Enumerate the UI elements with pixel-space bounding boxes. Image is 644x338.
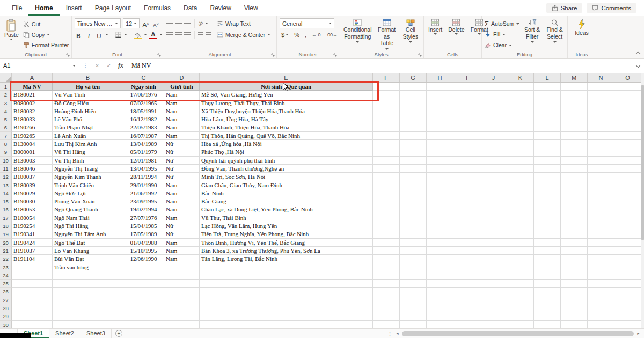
cell-H10[interactable] bbox=[427, 157, 453, 165]
cell-A27[interactable] bbox=[12, 296, 53, 304]
cell-E2[interactable]: Mễ Sở, Văn Giang, Hưng Yên bbox=[200, 91, 373, 99]
copy-dropdown-icon[interactable] bbox=[47, 34, 50, 35]
cell-F24[interactable] bbox=[373, 271, 400, 280]
cell-B8[interactable]: Lưu Thị Kim Anh bbox=[53, 140, 123, 148]
cell-I29[interactable] bbox=[453, 312, 480, 320]
cell-C8[interactable]: 13/04/1989 bbox=[123, 140, 164, 148]
column-header-n[interactable]: N bbox=[588, 73, 614, 82]
cell-D12[interactable]: Nữ bbox=[164, 173, 200, 181]
cell-M8[interactable] bbox=[561, 140, 588, 148]
cell-N7[interactable] bbox=[588, 132, 614, 140]
cell-I10[interactable] bbox=[453, 157, 480, 165]
cell-E19[interactable]: Tiền Trà, Trung Nghĩa, Yên Phong, Bắc Ni… bbox=[200, 230, 373, 238]
font-color-button[interactable]: A bbox=[149, 30, 157, 39]
cell-N12[interactable] bbox=[588, 173, 614, 181]
cell-H20[interactable] bbox=[427, 239, 453, 247]
cell-G27[interactable] bbox=[400, 296, 427, 304]
cell-J11[interactable] bbox=[480, 165, 507, 173]
cell-D23[interactable] bbox=[164, 263, 200, 271]
cell-E23[interactable] bbox=[200, 263, 373, 271]
cell-K28[interactable] bbox=[507, 304, 534, 312]
formula-bar-splitter[interactable]: ⋮ bbox=[79, 59, 91, 72]
cell-J16[interactable] bbox=[480, 205, 507, 214]
tab-formulas[interactable]: Formulas bbox=[137, 0, 177, 16]
percent-style-button[interactable]: % bbox=[292, 30, 301, 39]
cell-M20[interactable] bbox=[561, 239, 588, 247]
cell-L27[interactable] bbox=[534, 296, 561, 304]
cell-C2[interactable]: 17/06/1976 bbox=[123, 91, 164, 99]
cell-E22[interactable]: Tân Lãng, Lương Tài, Bắc Ninh bbox=[200, 255, 373, 263]
cell-L16[interactable] bbox=[534, 205, 561, 214]
cell-B12[interactable]: Nguyễn Kim Thanh bbox=[53, 173, 123, 181]
cell-F5[interactable] bbox=[373, 115, 400, 123]
cell-L11[interactable] bbox=[534, 165, 561, 173]
row-header-19[interactable]: 19 bbox=[0, 230, 12, 238]
orientation-button[interactable]: ab bbox=[197, 20, 204, 27]
horizontal-scrollbar[interactable]: ⋮ ◄ ► bbox=[387, 329, 644, 338]
cell-F7[interactable] bbox=[373, 132, 400, 140]
cell-N24[interactable] bbox=[588, 271, 614, 280]
insert-function-button[interactable]: fx bbox=[115, 59, 127, 72]
cell-J20[interactable] bbox=[480, 239, 507, 247]
cell-K6[interactable] bbox=[507, 123, 534, 131]
cell-D15[interactable]: Nam bbox=[164, 197, 200, 205]
merge-center-dropdown-icon[interactable] bbox=[267, 34, 270, 35]
row-header-23[interactable]: 23 bbox=[0, 263, 12, 271]
cell-E10[interactable]: Quỳnh hải quỳnh phụ thái bình bbox=[200, 157, 373, 165]
cell-J26[interactable] bbox=[480, 288, 507, 296]
find-select-button[interactable]: Find & Select bbox=[545, 18, 565, 50]
cell-E28[interactable] bbox=[200, 304, 373, 312]
cell-E4[interactable]: Xã Thiệu Duy,huyện Thiệu Hóa,Thanh Hóa bbox=[200, 107, 373, 115]
column-header-i[interactable]: I bbox=[453, 73, 480, 82]
cell-K2[interactable] bbox=[507, 91, 534, 99]
cell-G24[interactable] bbox=[400, 271, 427, 280]
cell-J18[interactable] bbox=[480, 222, 507, 230]
cell-B1[interactable]: Họ và tên bbox=[53, 83, 123, 91]
cell-C18[interactable]: 15/04/1985 bbox=[123, 222, 164, 230]
share-button[interactable]: Share bbox=[546, 3, 583, 13]
cell-O6[interactable] bbox=[614, 123, 641, 131]
cell-F3[interactable] bbox=[373, 99, 400, 107]
cell-C17[interactable]: 27/07/1976 bbox=[123, 214, 164, 222]
cell-C22[interactable]: 12/06/1990 bbox=[123, 255, 164, 263]
row-header-4[interactable]: 4 bbox=[0, 107, 12, 115]
cell-H5[interactable] bbox=[427, 115, 453, 123]
cell-L3[interactable] bbox=[534, 99, 561, 107]
wrap-text-button[interactable]: Wrap Text bbox=[217, 18, 270, 28]
cell-H19[interactable] bbox=[427, 230, 453, 238]
cell-H16[interactable] bbox=[427, 205, 453, 214]
cell-L25[interactable] bbox=[534, 280, 561, 288]
column-header-k[interactable]: K bbox=[507, 73, 534, 82]
row-header-22[interactable]: 22 bbox=[0, 255, 12, 263]
cell-A10[interactable]: B130003 bbox=[12, 157, 53, 165]
cell-L5[interactable] bbox=[534, 115, 561, 123]
cell-K23[interactable] bbox=[507, 263, 534, 271]
cell-N11[interactable] bbox=[588, 165, 614, 173]
cell-F17[interactable] bbox=[373, 214, 400, 222]
cell-A16[interactable]: B180053 bbox=[12, 205, 53, 214]
cell-D6[interactable]: Nam bbox=[164, 123, 200, 131]
cell-H29[interactable] bbox=[427, 312, 453, 320]
cell-A22[interactable]: B191104 bbox=[12, 255, 53, 263]
cell-O16[interactable] bbox=[614, 205, 641, 214]
comments-button[interactable]: Comments bbox=[587, 3, 636, 13]
cell-B6[interactable]: Trần Phạm Nhật bbox=[53, 123, 123, 131]
cell-D21[interactable]: Nam bbox=[164, 247, 200, 255]
cell-G2[interactable] bbox=[400, 91, 427, 99]
cell-A24[interactable] bbox=[12, 271, 53, 280]
cell-F20[interactable] bbox=[373, 239, 400, 247]
increase-font-size-button[interactable]: A˄ bbox=[142, 19, 150, 28]
align-right-button[interactable] bbox=[184, 32, 191, 38]
cell-N29[interactable] bbox=[588, 312, 614, 320]
cell-C28[interactable] bbox=[123, 304, 164, 312]
cell-K30[interactable] bbox=[507, 321, 534, 328]
cell-L26[interactable] bbox=[534, 288, 561, 296]
cell-H1[interactable] bbox=[427, 83, 453, 91]
cell-J24[interactable] bbox=[480, 271, 507, 280]
cell-A17[interactable]: B180054 bbox=[12, 214, 53, 222]
cell-M14[interactable] bbox=[561, 189, 588, 197]
cell-N9[interactable] bbox=[588, 148, 614, 156]
cell-E7[interactable]: Thị Thôn, Hán Quảng, Quế Võ, Bắc Ninh bbox=[200, 132, 373, 140]
cell-E3[interactable]: Thụy Lương, Thái Thụy, Thái Bình bbox=[200, 99, 373, 107]
cell-G14[interactable] bbox=[400, 189, 427, 197]
